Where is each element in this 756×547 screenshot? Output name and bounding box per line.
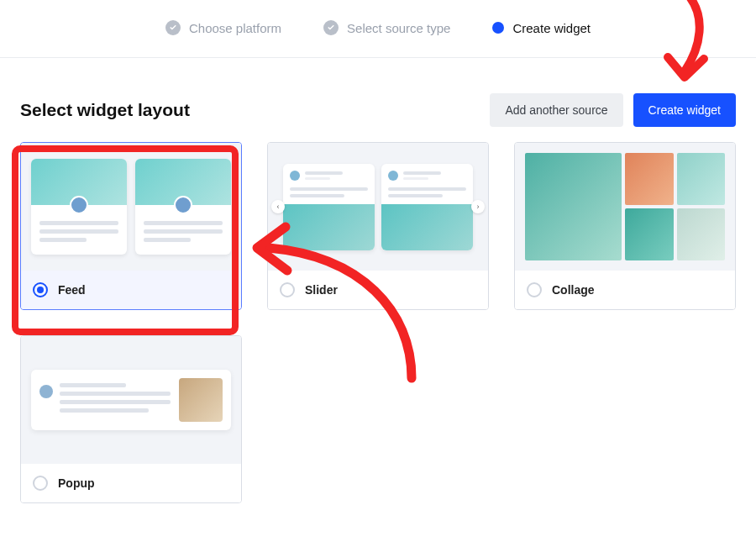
step-label: Choose platform	[189, 21, 281, 35]
preview-image	[677, 153, 726, 205]
preview-image	[625, 208, 674, 260]
radio-icon[interactable]	[33, 282, 48, 297]
preview-image	[283, 204, 375, 250]
chevron-left-icon: ‹	[271, 200, 285, 213]
check-icon	[323, 20, 339, 35]
preview-text-lines	[31, 214, 127, 255]
chevron-right-icon: ›	[471, 200, 485, 213]
add-another-source-button[interactable]: Add another source	[490, 93, 622, 127]
active-dot-icon	[492, 22, 504, 34]
header-actions: Add another source Create widget	[490, 93, 736, 127]
stepper: Choose platform Select source type Creat…	[0, 0, 756, 58]
section-title: Select widget layout	[20, 100, 190, 120]
step-choose-platform[interactable]: Choose platform	[165, 20, 281, 35]
preview-image	[677, 208, 726, 260]
radio-icon[interactable]	[280, 282, 295, 297]
preview-image	[625, 153, 674, 205]
layout-preview	[515, 143, 735, 271]
step-select-source-type[interactable]: Select source type	[323, 20, 450, 35]
preview-image	[381, 204, 473, 250]
preview-text-lines	[60, 383, 171, 417]
layout-name: Popup	[58, 476, 95, 490]
layout-preview	[21, 336, 241, 464]
preview-card	[283, 164, 375, 250]
layout-card-footer: Popup	[21, 464, 241, 502]
radio-icon[interactable]	[33, 476, 48, 491]
layout-grid: Feed ‹ › Slider	[0, 142, 756, 503]
preview-image	[525, 153, 622, 260]
layout-name: Feed	[58, 283, 86, 297]
create-widget-button[interactable]: Create widget	[633, 93, 736, 127]
preview-image	[179, 378, 223, 422]
preview-card	[381, 164, 473, 250]
preview-card	[31, 370, 231, 430]
radio-icon[interactable]	[527, 282, 542, 297]
step-label: Select source type	[347, 21, 450, 35]
step-label: Create widget	[512, 21, 591, 35]
avatar-icon	[39, 385, 53, 398]
layout-preview: ‹ ›	[268, 143, 488, 271]
preview-card	[135, 159, 231, 255]
avatar-icon	[290, 171, 300, 181]
layout-card-footer: Slider	[268, 271, 488, 309]
layout-card-popup[interactable]: Popup	[20, 335, 242, 503]
layout-name: Collage	[552, 283, 595, 297]
step-create-widget[interactable]: Create widget	[492, 21, 591, 35]
section-header: Select widget layout Add another source …	[0, 58, 756, 142]
layout-card-footer: Feed	[21, 271, 241, 309]
layout-name: Slider	[305, 283, 338, 297]
collage-grid	[525, 153, 725, 260]
layout-card-slider[interactable]: ‹ › Slider	[267, 142, 489, 310]
layout-card-feed[interactable]: Feed	[20, 142, 242, 310]
avatar-icon	[70, 196, 88, 214]
avatar-icon	[174, 196, 192, 214]
avatar-icon	[388, 171, 398, 181]
preview-text-lines	[135, 214, 231, 255]
layout-card-collage[interactable]: Collage	[514, 142, 736, 310]
layout-card-footer: Collage	[515, 271, 735, 309]
preview-card	[31, 159, 127, 255]
layout-preview	[21, 143, 241, 271]
check-icon	[165, 20, 181, 35]
